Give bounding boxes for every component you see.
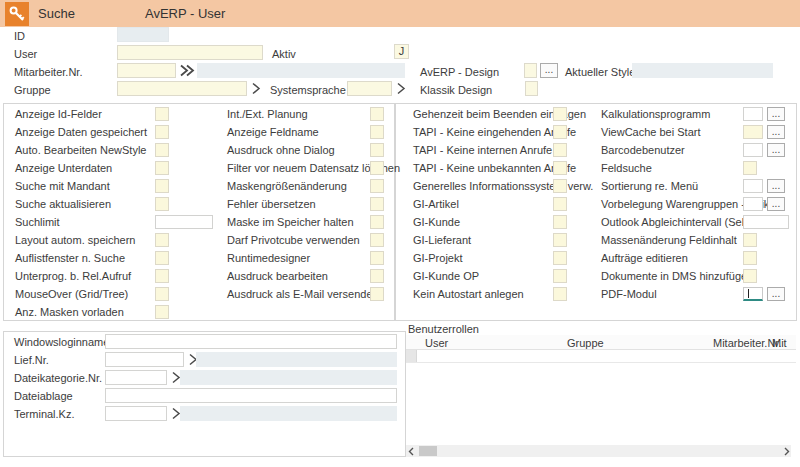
aktueller-style-display [632,63,773,78]
option-checkbox[interactable] [370,125,384,139]
lookup-browse-button[interactable]: ... [767,287,785,301]
bottom-field-label: Terminal.Kz. [14,408,75,420]
option-checkbox[interactable] [155,125,169,139]
gruppe-input[interactable] [117,81,247,96]
aktiv-input[interactable]: J [394,44,409,59]
text-cursor [748,289,749,298]
option-lookup-input[interactable] [743,107,763,121]
mitarbeiter-nr-input[interactable] [117,63,176,78]
option-label: Maskengrößenänderung [227,180,347,192]
option-row: Layout autom. speichern [15,231,230,249]
search-key-button[interactable] [5,2,29,26]
window-title: AvERP - User [145,0,225,27]
option-checkbox[interactable] [155,233,169,247]
option-row: TAPI - Keine eingehenden Anrufe [413,123,569,141]
option-checkbox[interactable] [553,251,567,265]
lookup-browse-button[interactable]: ... [767,107,785,121]
option-checkbox[interactable] [370,161,384,175]
option-row: Suchlimit [15,213,230,231]
option-checkbox[interactable] [370,233,384,247]
option-row: Anzeige Daten gespeichert [15,123,230,141]
option-row: Unterprog. b. Rel.Aufruf [15,267,230,285]
option-checkbox[interactable] [155,143,169,157]
option-lookup-input[interactable] [743,197,763,211]
option-checkbox[interactable] [155,107,169,121]
option-label: GI-Artikel [413,198,459,210]
option-text-input[interactable] [743,215,789,229]
klassik-design-input[interactable] [525,81,538,96]
option-checkbox[interactable] [553,125,567,139]
option-label: Massenänderung Feldinhalt [601,234,737,246]
option-checkbox[interactable] [553,287,567,301]
column-header-mit[interactable]: Mit [772,337,787,349]
option-checkbox[interactable] [370,143,384,157]
option-lookup-input[interactable] [743,179,763,193]
averp-design-input[interactable] [524,63,537,78]
option-text-input[interactable] [155,215,213,229]
option-checkbox[interactable] [370,287,384,301]
gruppe-chevron-icon[interactable] [250,81,262,96]
averp-design-browse-button[interactable]: ... [540,63,558,78]
option-lookup-input[interactable] [743,143,763,157]
option-lookup-input[interactable] [743,125,763,139]
option-checkbox[interactable] [743,161,757,175]
option-checkbox[interactable] [370,251,384,265]
option-checkbox[interactable] [370,179,384,193]
option-checkbox[interactable] [743,251,757,265]
gruppe-label: Gruppe [14,84,51,96]
option-checkbox[interactable] [370,269,384,283]
option-row: Ausdruck bearbeiten [227,267,387,285]
option-checkbox[interactable] [553,215,567,229]
column-header-gruppe[interactable]: Gruppe [567,337,604,349]
row-selector-gutter[interactable] [406,350,417,362]
systemsprache-chevron-icon[interactable] [395,81,407,96]
option-checkbox[interactable] [743,269,757,283]
option-row: Darf Privotcube verwenden [227,231,387,249]
bottom-field-input[interactable] [105,388,397,403]
search-tab-label[interactable]: Suche [38,0,75,27]
option-checkbox[interactable] [155,287,169,301]
horizontal-scrollbar[interactable] [406,445,791,457]
option-checkbox[interactable] [553,161,567,175]
option-checkbox[interactable] [155,269,169,283]
option-checkbox[interactable] [553,143,567,157]
column-header-user[interactable]: User [425,337,448,349]
option-label: Outlook Abgleichintervall (Sek.) [601,216,754,228]
option-checkbox[interactable] [370,215,384,229]
option-label: Dokumente in DMS hinzufügen [601,270,753,282]
option-checkbox[interactable] [553,197,567,211]
table-row[interactable] [406,350,796,363]
bottom-field-input[interactable] [105,370,167,385]
option-checkbox[interactable] [553,233,567,247]
option-checkbox[interactable] [743,233,757,247]
systemsprache-input[interactable] [347,81,392,96]
bottom-field-input[interactable] [105,334,397,349]
option-checkbox[interactable] [155,251,169,265]
user-input[interactable] [117,45,263,60]
option-checkbox[interactable] [370,197,384,211]
scroll-right-icon[interactable] [781,445,791,457]
option-checkbox[interactable] [155,305,169,319]
option-checkbox[interactable] [155,179,169,193]
lookup-browse-button[interactable]: ... [767,125,785,139]
lookup-browse-button[interactable]: ... [767,179,785,193]
option-lookup-input-focused[interactable] [743,287,763,301]
bottom-field-input[interactable] [105,406,167,421]
option-checkbox[interactable] [553,107,567,121]
double-chevron-icon[interactable] [178,63,196,78]
lookup-browse-button[interactable]: ... [767,143,785,157]
option-checkbox[interactable] [553,179,567,193]
scrollbar-thumb[interactable] [419,446,437,456]
lookup-browse-button[interactable]: ... [767,197,785,211]
scroll-left-icon[interactable] [406,445,416,457]
option-row: Ausdruck ohne Dialog [227,141,387,159]
option-row: GI-Projekt [413,249,569,267]
id-label: ID [14,30,25,42]
option-checkbox[interactable] [553,269,567,283]
option-row: Ausdruck als E-Mail versenden [227,285,387,303]
option-checkbox[interactable] [155,197,169,211]
option-checkbox[interactable] [370,107,384,121]
bottom-field-input[interactable] [105,352,184,367]
option-checkbox[interactable] [155,161,169,175]
bottom-field-display [180,370,397,385]
